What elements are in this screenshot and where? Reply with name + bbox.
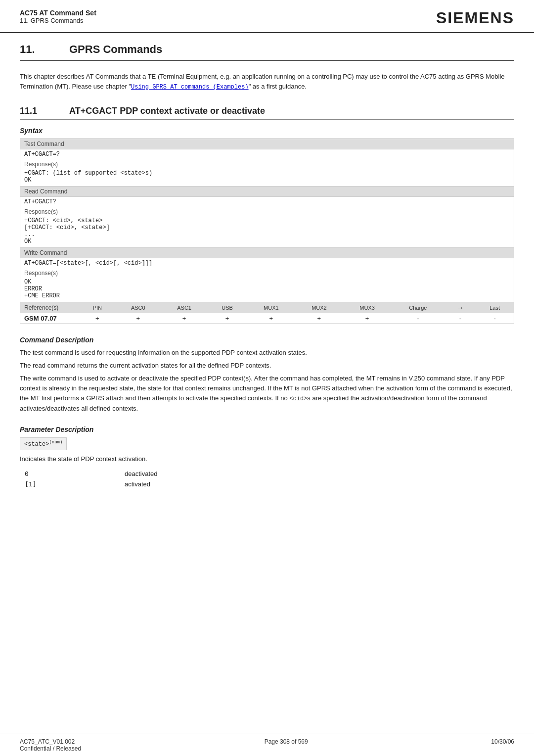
syntax-label: Syntax	[20, 127, 514, 135]
main-content: 11. GPRS Commands This chapter describes…	[0, 33, 534, 522]
asc1-col-header: ASC1	[161, 302, 207, 313]
read-command-header: Read Command	[20, 187, 514, 197]
write-command-header-row: Write Command	[20, 248, 514, 258]
cid-inline-code: <cid>	[289, 395, 307, 402]
param-value-row-1: [1] activated	[21, 479, 513, 489]
read-response-value: +CGACT: <cid>, <state> [+CGACT: <cid>, <…	[20, 216, 514, 248]
pin-value: +	[80, 313, 115, 324]
section-number: 11.1	[20, 106, 54, 116]
reference-cell: Reference(s) PIN ASC0 ASC1 USB MUX1 MUX2…	[20, 302, 514, 324]
write-response-label-row: Response(s)	[20, 269, 514, 277]
arrow-col-header: →	[445, 302, 476, 313]
test-command-header: Test Command	[20, 139, 514, 149]
param-type: (num)	[49, 440, 62, 445]
pin-col-header: PIN	[80, 302, 115, 313]
usb-value: +	[207, 313, 247, 324]
cmd-desc-para3: The write command is used to activate or…	[20, 374, 514, 414]
command-description-label: Command Description	[20, 336, 514, 344]
write-response-row: OK ERROR +CME ERROR	[20, 277, 514, 302]
arrow-value: -	[445, 313, 476, 324]
page-header: AC75 AT Command Set 11. GPRS Commands SI…	[0, 0, 534, 33]
reference-header-row: Reference(s) PIN ASC0 ASC1 USB MUX1 MUX2…	[20, 302, 514, 313]
section-heading: 11.1 AT+CGACT PDP context activate or de…	[20, 106, 514, 120]
parameter-description-label: Parameter Description	[20, 425, 514, 433]
param-val-0: 0	[21, 469, 120, 478]
footer-doc-id: AC75_ATC_V01.002	[20, 738, 81, 745]
param-values-table: 0 deactivated [1] activated	[20, 468, 514, 490]
test-response-row: +CGACT: (list of supported <state>s)OK	[20, 168, 514, 187]
siemens-logo: SIEMENS	[436, 9, 514, 27]
write-response-label: Response(s)	[20, 269, 514, 277]
read-response-label-row: Response(s)	[20, 208, 514, 216]
read-command-row: AT+CGACT?	[20, 196, 514, 208]
param-name-box: <state>(num)	[20, 437, 67, 450]
param-desc-1: activated	[121, 479, 513, 489]
reference-gsm-value: GSM 07.07	[20, 313, 80, 324]
mux2-value: +	[295, 313, 343, 324]
intro-paragraph: This chapter describes AT Commands that …	[20, 72, 514, 92]
header-title: AC75 AT Command Set	[20, 9, 96, 17]
section-title: AT+CGACT PDP context activate or deactiv…	[69, 106, 265, 116]
test-response-label-row: Response(s)	[20, 160, 514, 168]
write-command-value: AT+CGACT=[<state>[, <cid>[, <cid>]]]	[20, 258, 514, 269]
write-command-header: Write Command	[20, 248, 514, 258]
footer-date: 10/30/06	[491, 738, 514, 752]
mux1-col-header: MUX1	[247, 302, 295, 313]
asc1-value: +	[161, 313, 207, 324]
charge-col-header: Charge	[391, 302, 445, 313]
charge-value: -	[391, 313, 445, 324]
param-value-row-0: 0 deactivated	[21, 469, 513, 478]
header-left: AC75 AT Command Set 11. GPRS Commands	[20, 9, 96, 24]
chapter-title: GPRS Commands	[69, 43, 162, 56]
test-response-label: Response(s)	[20, 160, 514, 168]
asc0-value: +	[115, 313, 161, 324]
intro-text2: " as a first guidance.	[249, 83, 307, 90]
write-command-row: AT+CGACT=[<state>[, <cid>[, <cid>]]]	[20, 258, 514, 269]
mux2-col-header: MUX2	[295, 302, 343, 313]
page-footer: AC75_ATC_V01.002 Confidential / Released…	[0, 734, 534, 756]
test-response-value: +CGACT: (list of supported <state>s)OK	[20, 168, 514, 187]
test-command-row: AT+CGACT=?	[20, 149, 514, 160]
cmd-desc-para1: The test command is used for requesting …	[20, 348, 514, 358]
footer-left: AC75_ATC_V01.002 Confidential / Released	[20, 738, 81, 752]
reference-col-header: Reference(s)	[20, 302, 80, 313]
chapter-heading: 11. GPRS Commands	[20, 43, 514, 61]
reference-value-row: GSM 07.07 + + + + + + + - - -	[20, 313, 514, 324]
last-value: -	[476, 313, 514, 324]
usb-col-header: USB	[207, 302, 247, 313]
test-command-value: AT+CGACT=?	[20, 149, 514, 160]
mux3-value: +	[343, 313, 391, 324]
read-command-header-row: Read Command	[20, 187, 514, 197]
footer-classification: Confidential / Released	[20, 745, 81, 752]
header-subtitle: 11. GPRS Commands	[20, 17, 96, 24]
reference-row: Reference(s) PIN ASC0 ASC1 USB MUX1 MUX2…	[20, 302, 514, 324]
footer-page: Page 308 of 569	[265, 738, 308, 752]
test-command-header-row: Test Command	[20, 139, 514, 149]
read-response-row: +CGACT: <cid>, <state> [+CGACT: <cid>, <…	[20, 216, 514, 248]
intro-link[interactable]: Using GPRS AT commands (Examples)	[131, 84, 249, 91]
param-desc-0: deactivated	[121, 469, 513, 478]
param-desc-text: Indicates the state of PDP context activ…	[20, 454, 514, 464]
chapter-number: 11.	[20, 43, 49, 56]
read-response-label: Response(s)	[20, 208, 514, 216]
last-col-header: Last	[476, 302, 514, 313]
asc0-col-header: ASC0	[115, 302, 161, 313]
read-command-value: AT+CGACT?	[20, 196, 514, 208]
mux3-col-header: MUX3	[343, 302, 391, 313]
param-val-1: [1]	[21, 479, 120, 489]
cmd-desc-para2: The read command returns the current act…	[20, 361, 514, 371]
mux1-value: +	[247, 313, 295, 324]
reference-table: Reference(s) PIN ASC0 ASC1 USB MUX1 MUX2…	[20, 302, 514, 324]
param-name: <state>(num)	[24, 441, 62, 448]
write-response-value: OK ERROR +CME ERROR	[20, 277, 514, 302]
syntax-table: Test Command AT+CGACT=? Response(s) +CGA…	[20, 139, 514, 324]
